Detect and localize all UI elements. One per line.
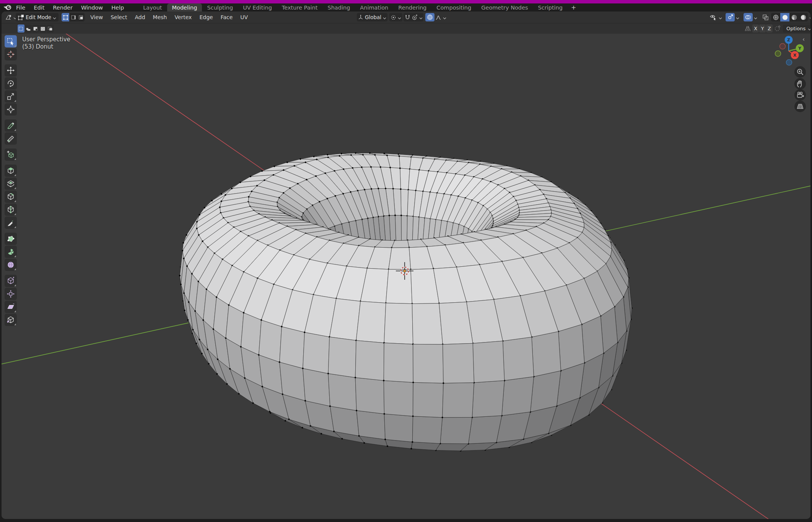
camera-view-button[interactable] <box>794 89 806 101</box>
viewport-menu-select[interactable]: Select <box>107 13 131 21</box>
viewport-menu-edge[interactable]: Edge <box>195 13 216 21</box>
falloff-dropdown[interactable] <box>435 14 446 21</box>
select-extend-button[interactable] <box>25 24 32 33</box>
show-gizmo-toggle[interactable] <box>726 13 735 21</box>
viewport-menu-vertex[interactable]: Vertex <box>171 13 195 21</box>
mode-dropdown[interactable]: Edit Mode <box>16 13 59 21</box>
grid-icon <box>796 102 804 111</box>
gizmo-axis-z[interactable]: Z <box>785 36 793 44</box>
tool-scale[interactable] <box>5 90 17 103</box>
tool-loop-cut[interactable] <box>5 204 17 216</box>
viewport-3d[interactable]: User Perspective (53) Donut ZYX ‹ <box>2 34 810 519</box>
magnet-icon <box>405 15 410 20</box>
transform-orientation-dropdown[interactable]: Global <box>357 13 387 21</box>
select-subtract-button[interactable] <box>32 24 39 33</box>
workspace-tab-rendering[interactable]: Rendering <box>393 3 431 11</box>
tool-select-box[interactable] <box>5 35 17 47</box>
workspace-tab-compositing[interactable]: Compositing <box>431 3 476 11</box>
topbar-menu-edit[interactable]: Edit <box>29 3 49 11</box>
viewport-menu-uv[interactable]: UV <box>236 13 252 21</box>
workspace-tab-layout[interactable]: Layout <box>138 3 167 11</box>
overlays-dropdown[interactable] <box>754 14 757 21</box>
tool-annotate[interactable] <box>5 119 17 132</box>
visibility-dropdown[interactable] <box>709 13 723 21</box>
select-intersect-button[interactable] <box>47 24 54 33</box>
gizmo-axis-y[interactable]: Y <box>796 44 804 52</box>
edge-select-mode-button[interactable] <box>69 13 77 21</box>
xray-icon <box>762 14 769 21</box>
tool-shear[interactable] <box>5 301 17 313</box>
tool-smooth[interactable] <box>5 259 17 271</box>
vertex-select-mode-button[interactable] <box>62 13 69 21</box>
mirror-z-toggle[interactable]: Z <box>766 24 773 33</box>
snap-toggle[interactable] <box>405 15 410 20</box>
donut-mesh[interactable] <box>179 152 633 452</box>
select-new-button[interactable] <box>18 24 24 33</box>
tool-poly-build[interactable] <box>5 233 17 245</box>
tool-knife[interactable] <box>5 217 17 229</box>
gizmo-axis-neg-y[interactable] <box>775 51 781 57</box>
shading-group <box>771 13 810 21</box>
snap-target-dropdown[interactable] <box>412 14 423 21</box>
tool-bevel[interactable] <box>5 191 17 203</box>
viewport-menu-view[interactable]: View <box>86 13 107 21</box>
workspace-tab-shading[interactable]: Shading <box>322 3 355 11</box>
snap-base-icon[interactable] <box>774 25 781 33</box>
blender-logo-icon[interactable] <box>3 4 12 11</box>
topbar-menu-window[interactable]: Window <box>77 3 107 11</box>
viewport-menu-face[interactable]: Face <box>217 13 237 21</box>
mirror-y-toggle[interactable]: Y <box>759 24 766 33</box>
tool-cursor[interactable] <box>5 48 17 60</box>
shading-rendered-button[interactable] <box>799 13 808 21</box>
gizmo-dropdown[interactable] <box>736 14 739 21</box>
viewport-menu-add[interactable]: Add <box>131 13 149 21</box>
gizmo-axis-x[interactable]: X <box>791 51 799 59</box>
pan-button[interactable] <box>794 78 806 90</box>
show-overlays-toggle[interactable] <box>744 13 753 21</box>
select-invert-button[interactable] <box>39 24 46 33</box>
sidebar-toggle[interactable]: ‹ <box>802 36 805 43</box>
xray-toggle[interactable] <box>760 13 770 21</box>
shading-wireframe-button[interactable] <box>771 13 780 21</box>
workspace-tab-uv-editing[interactable]: UV Editing <box>238 3 277 11</box>
topbar-menu-help[interactable]: Help <box>107 3 128 11</box>
viewport-editor: Edit Mode ViewSelectAddMeshVertexEdgeFac… <box>2 11 810 519</box>
workspace-tab-sculpting[interactable]: Sculpting <box>202 3 238 11</box>
pivot-point-dropdown[interactable] <box>389 13 402 21</box>
topbar-menu-render[interactable]: Render <box>49 3 77 11</box>
tool-rip-region[interactable] <box>5 314 17 326</box>
add-cube-icon <box>7 150 15 159</box>
viewport-menu-mesh[interactable]: Mesh <box>149 13 171 21</box>
tool-inset-faces[interactable] <box>5 178 17 190</box>
tool-rotate[interactable] <box>5 77 17 90</box>
tool-settings-header: XYZ Options <box>2 23 810 34</box>
workspace-tab-geometry-nodes[interactable]: Geometry Nodes <box>476 3 533 11</box>
options-dropdown[interactable]: Options <box>783 24 810 33</box>
viewport-canvas[interactable] <box>2 34 810 519</box>
gizmo-axis-neg-x[interactable] <box>780 44 786 49</box>
shading-solid-button[interactable] <box>780 13 789 21</box>
face-select-mode-button[interactable] <box>77 13 85 21</box>
tool-extrude-region[interactable] <box>5 165 17 177</box>
workspace-tab-scripting[interactable]: Scripting <box>533 3 568 11</box>
zoom-button[interactable] <box>794 66 806 78</box>
shading-material-button[interactable] <box>789 13 799 21</box>
workspace-tab-modeling[interactable]: Modeling <box>167 3 202 11</box>
mirror-x-toggle[interactable]: X <box>752 24 759 33</box>
proportional-editing-toggle[interactable] <box>425 13 434 21</box>
topbar-menu-file[interactable]: File <box>12 3 29 11</box>
tool-edge-slide[interactable] <box>5 275 17 287</box>
workspace-tab-texture-paint[interactable]: Texture Paint <box>277 3 323 11</box>
tool-shrink-fatten[interactable] <box>5 288 17 300</box>
add-workspace-button[interactable]: + <box>568 3 579 11</box>
gizmo-axis-neg-z[interactable] <box>786 60 792 65</box>
perspective-toggle-button[interactable] <box>794 101 806 112</box>
tool-move[interactable] <box>5 64 17 77</box>
tool-add-cube[interactable] <box>5 148 17 161</box>
tool-measure[interactable] <box>5 132 17 145</box>
overlays-group <box>742 13 759 21</box>
workspace-tab-animation[interactable]: Animation <box>355 3 393 11</box>
shading-dropdown[interactable] <box>809 14 810 21</box>
tool-spin[interactable] <box>5 246 17 258</box>
tool-transform[interactable] <box>5 103 17 116</box>
